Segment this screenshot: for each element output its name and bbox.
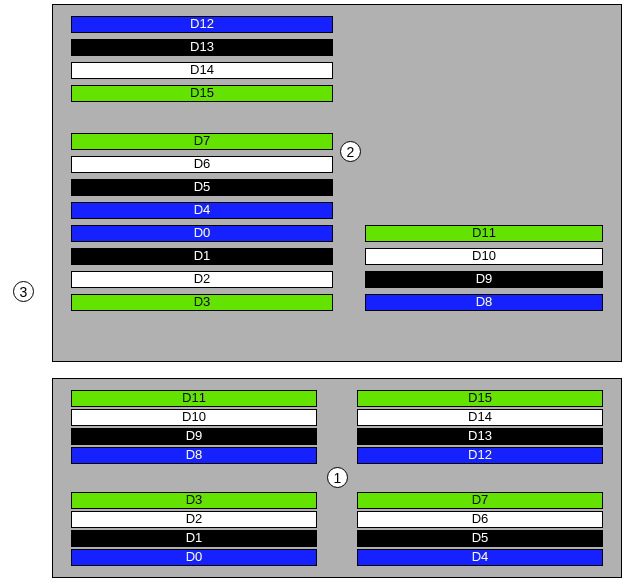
slot-d15: D15 [71,85,333,102]
slot-label: D10 [366,249,602,263]
slot-d1: D1 [71,248,333,265]
slot-label: D14 [72,63,332,77]
slot-label: D8 [72,448,316,462]
callout-3: 3 [13,281,34,302]
callout-1: 1 [327,467,348,488]
slot-label: D15 [72,86,332,100]
slot-d5-b: D5 [357,530,603,547]
slot-label: D4 [72,203,332,217]
slot-d9: D9 [365,271,603,288]
slot-label: D12 [72,17,332,31]
slot-d5: D5 [71,179,333,196]
slot-d11-b: D11 [71,390,317,407]
slot-d4-b: D4 [357,549,603,566]
slot-label: D0 [72,226,332,240]
slot-d7: D7 [71,133,333,150]
slot-d12: D12 [71,16,333,33]
slot-label: D10 [72,410,316,424]
slot-d1-b: D1 [71,530,317,547]
slot-d12-b: D12 [357,447,603,464]
slot-label: D15 [358,391,602,405]
slot-label: D14 [358,410,602,424]
slot-label: D11 [366,226,602,240]
slot-label: D0 [72,550,316,564]
callout-label: 3 [20,284,28,300]
slot-label: D5 [72,180,332,194]
slot-label: D2 [72,512,316,526]
slot-d10-b: D10 [71,409,317,426]
slot-d8: D8 [365,294,603,311]
top-panel: D12 D13 D14 D15 D7 D6 D5 D4 D0 D1 D2 D3 … [52,4,622,362]
slot-d7-b: D7 [357,492,603,509]
slot-label: D9 [72,429,316,443]
slot-label: D2 [72,272,332,286]
callout-2: 2 [340,141,361,162]
slot-d4: D4 [71,202,333,219]
slot-d9-b: D9 [71,428,317,445]
slot-label: D1 [72,531,316,545]
slot-d2-b: D2 [71,511,317,528]
slot-label: D11 [72,391,316,405]
slot-d0-b: D0 [71,549,317,566]
slot-d3: D3 [71,294,333,311]
slot-d2: D2 [71,271,333,288]
slot-label: D7 [72,134,332,148]
slot-d6: D6 [71,156,333,173]
slot-d14: D14 [71,62,333,79]
slot-d3-b: D3 [71,492,317,509]
slot-d11: D11 [365,225,603,242]
slot-label: D5 [358,531,602,545]
slot-label: D1 [72,249,332,263]
slot-d14-b: D14 [357,409,603,426]
slot-label: D7 [358,493,602,507]
slot-label: D6 [72,157,332,171]
slot-label: D13 [72,40,332,54]
slot-label: D3 [72,493,316,507]
slot-label: D9 [366,272,602,286]
slot-d15-b: D15 [357,390,603,407]
slot-label: D4 [358,550,602,564]
slot-label: D13 [358,429,602,443]
slot-d8-b: D8 [71,447,317,464]
slot-d6-b: D6 [357,511,603,528]
slot-d13-b: D13 [357,428,603,445]
slot-d10: D10 [365,248,603,265]
slot-d0: D0 [71,225,333,242]
slot-d13: D13 [71,39,333,56]
slot-label: D6 [358,512,602,526]
slot-label: D12 [358,448,602,462]
callout-label: 2 [347,144,355,160]
callout-label: 1 [334,470,342,486]
slot-label: D8 [366,295,602,309]
slot-label: D3 [72,295,332,309]
